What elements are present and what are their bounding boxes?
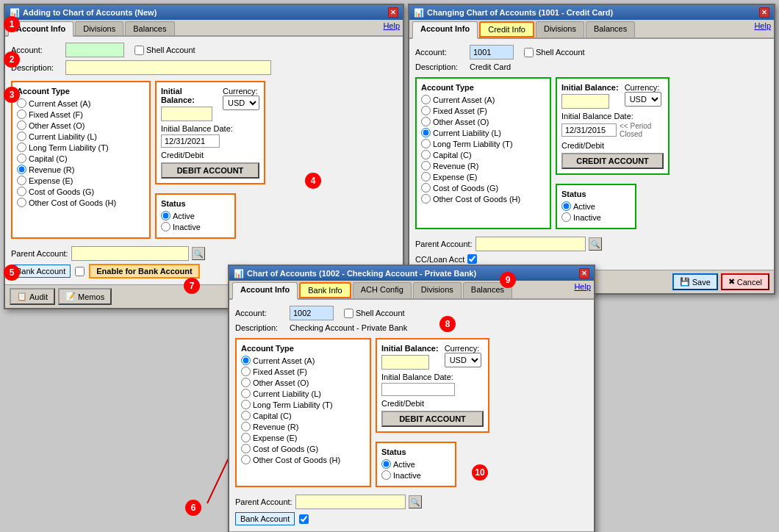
parent-account-input-3[interactable] [295,495,406,509]
status-box-2: Status Active Inactive [556,184,636,229]
bank-account-label-3: Bank Account [235,512,295,525]
window2-form: Account: Shell Account Description: Cred… [409,39,774,270]
description-input-1[interactable] [65,60,271,75]
window2-close-btn[interactable]: ✕ [759,7,769,18]
badge-4: 4 [305,173,321,189]
tab-account-info-3[interactable]: Account Info [232,282,298,300]
account-type-title-1: Account Type [17,87,145,96]
window-change-account[interactable]: 📊 Changing Chart of Accounts (1001 - Cre… [408,4,775,295]
status-inactive-1: Inactive [173,223,201,231]
window-add-account[interactable]: 📊 Adding to Chart of Accounts (New) ✕ Ac… [4,4,404,309]
badge-8: 8 [439,316,456,332]
window2-tabs: Account Info Credit Info Divisions Balan… [409,20,774,39]
parent-account-input-2[interactable] [475,237,586,251]
bank-account-row-3: Bank Account [235,512,588,525]
parent-account-input-1[interactable] [71,246,189,261]
badge-3: 3 [4,87,20,103]
ccloan-check-2[interactable] [467,254,477,264]
window3-close-btn[interactable]: ✕ [579,268,589,278]
balance-box-2: Initial Balance: Currency: USD Initial B… [556,77,669,175]
audit-btn-1[interactable]: 📋 Audit [10,288,55,305]
cancel-btn-2[interactable]: ✖ Cancel [721,273,769,290]
currency-label-2: Currency: [625,83,661,92]
credit-debit-btn-3[interactable]: DEBIT ACCOUNT [381,411,484,427]
account-type-title-2: Account Type [421,83,545,92]
window1-tabs: Account Info Divisions Balances Help [5,20,403,37]
status-inactive-2: Inactive [573,213,601,222]
window2-help[interactable]: Help [754,21,771,37]
tab-balances-2[interactable]: Balances [586,21,635,37]
badge-6: 6 [185,500,201,516]
window1-form: Account: Shell Account Description: Acco… [5,37,403,284]
parent-account-search-3[interactable]: 🔍 [409,495,422,508]
status-active-3: Active [393,460,415,469]
bank-account-check-3[interactable] [299,514,309,524]
tab-balances-1[interactable]: Balances [125,21,174,35]
status-box-3: Status Active Inactive [376,442,456,487]
parent-account-row-3: Parent Account: 🔍 [235,495,588,509]
status-title-1: Status [161,199,230,208]
status-box-1: Status Active Inactive [155,193,236,239]
window3-tabs: Account Info Bank Info ACH Config Divisi… [229,281,594,300]
balance-box-3: Initial Balance: Currency: USD Initial B… [376,338,489,433]
initial-balance-date-label-3: Initial Balance Date: [381,373,484,381]
badge-5: 5 [4,265,20,281]
shell-account-label-1: Shell Account [146,46,195,54]
ccloan-row-2: CC/Loan Acct [415,254,768,264]
tab-divisions-3[interactable]: Divisions [413,282,462,298]
shell-account-label-3: Shell Account [356,309,405,317]
memos-btn-1[interactable]: 📝 Memos [58,288,112,305]
tab-account-info-2[interactable]: Account Info [412,21,478,39]
initial-balance-date-label-2: Initial Balance Date: [561,112,664,121]
bank-account-label-1: Bank Account [11,265,71,278]
account-type-box-2: Account Type Current Asset (A) Fixed Ass… [415,77,551,229]
tab-ach-config-3[interactable]: ACH Config [353,282,412,298]
status-active-2: Active [573,202,595,211]
parent-account-label-2: Parent Account: [415,240,473,248]
initial-balance-label-3: Initial Balance: [381,344,439,353]
currency-select-2[interactable]: USD [625,92,661,107]
window1-help[interactable]: Help [383,21,400,35]
account-input-2[interactable] [470,45,514,60]
ccloan-label-2: CC/Loan Acct [415,255,464,264]
tab-divisions-2[interactable]: Divisions [536,21,584,37]
status-active-1: Active [173,212,195,220]
bank-account-check-1[interactable] [75,267,85,276]
account-input-1[interactable] [65,43,124,57]
window3-help[interactable]: Help [574,282,591,298]
window3-title: 📊 Chart of Accounts (1002 - Checking Acc… [229,266,594,281]
account-type-title-3: Account Type [241,344,365,353]
initial-balance-date-input-1[interactable] [161,134,220,148]
status-title-2: Status [561,190,631,198]
description-value-2: Credit Card [470,62,511,71]
shell-account-check-1[interactable] [134,46,144,55]
account-input-3[interactable] [290,306,334,320]
initial-balance-date-input-2[interactable] [561,123,617,137]
currency-label-3: Currency: [445,344,481,353]
save-btn-2[interactable]: 💾 Save [672,273,718,290]
tab-credit-info-2[interactable]: Credit Info [479,21,534,37]
initial-balance-date-input-3[interactable] [381,383,455,396]
currency-select-1[interactable]: USD [223,96,259,110]
initial-balance-input-3[interactable] [381,355,429,370]
initial-balance-input-1[interactable] [161,107,212,121]
account-label-3: Account: [235,309,287,317]
currency-select-3[interactable]: USD [445,353,481,367]
parent-account-search-2[interactable]: 🔍 [589,237,602,251]
shell-account-check-2[interactable] [524,48,534,57]
enable-bank-btn-1[interactable]: Enable for Bank Account [89,264,199,278]
initial-balance-label-1: Initial Balance: [161,87,217,104]
initial-balance-date-label-1: Initial Balance Date: [161,124,259,133]
credit-debit-btn-2[interactable]: CREDIT ACCOUNT [561,153,664,169]
window2-title: 📊 Changing Chart of Accounts (1001 - Cre… [409,5,774,20]
parent-account-label-3: Parent Account: [235,497,292,506]
shell-account-check-3[interactable] [344,309,353,318]
parent-account-search-1[interactable]: 🔍 [192,247,205,260]
window1-close-btn[interactable]: ✕ [388,7,398,18]
tab-bank-info-3[interactable]: Bank Info [299,282,351,298]
desc-label-3: Description: [235,323,287,332]
initial-balance-input-2[interactable] [561,94,609,109]
credit-debit-btn-1[interactable]: DEBIT ACCOUNT [161,162,259,179]
window-bank-account[interactable]: 📊 Chart of Accounts (1002 - Checking Acc… [228,265,595,532]
tab-divisions-1[interactable]: Divisions [75,21,123,35]
